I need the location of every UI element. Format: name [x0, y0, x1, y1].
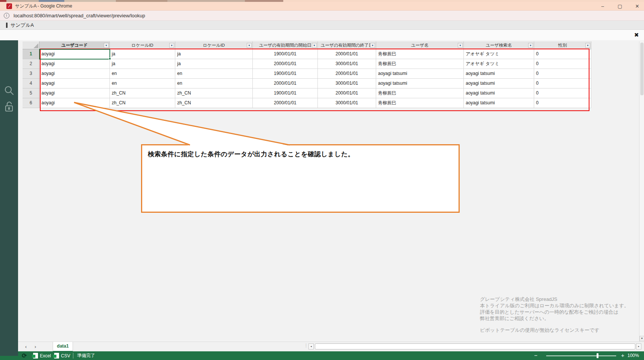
grid-cell[interactable]: 青柳辰巳 — [376, 98, 464, 108]
grid-cell[interactable]: ja — [110, 59, 175, 69]
grid-cell[interactable]: ja — [175, 59, 253, 69]
export-csv-button[interactable]: CSV — [54, 351, 70, 360]
grid-cell[interactable]: 3000/01/01 — [318, 59, 376, 69]
column-header[interactable]: 性別▼ — [534, 41, 591, 49]
horizontal-scrollbar-thumb[interactable] — [315, 343, 635, 349]
column-header-label: ユーザ検索名 — [486, 43, 512, 48]
grid-cell[interactable]: 1900/01/01 — [253, 69, 318, 79]
row-header[interactable]: 5 — [23, 88, 39, 98]
vertical-scrollbar-thumb[interactable] — [640, 43, 644, 95]
grid-cell[interactable]: 0 — [534, 98, 591, 108]
zoom-out-button[interactable]: − — [534, 351, 538, 360]
window-minimize-button[interactable]: – — [599, 3, 606, 9]
grid-cell[interactable]: 3000/01/01 — [318, 79, 376, 88]
refresh-icon[interactable]: ⟳ — [22, 351, 27, 360]
filter-dropdown-icon[interactable]: ▼ — [169, 43, 174, 48]
grid-cell[interactable]: 青柳辰巳 — [376, 49, 464, 59]
grid-cell[interactable]: zh_CN — [110, 88, 175, 98]
grid-cell[interactable]: en — [110, 79, 175, 88]
grid-cell[interactable]: en — [175, 79, 253, 88]
tab-scrollbar-splitter[interactable]: ⋮ — [304, 344, 306, 350]
grid-cell[interactable]: アオヤギ タツミ — [464, 49, 534, 59]
table-row: 6aoyagizh_CNzh_CN2000/01/013000/01/01青柳辰… — [23, 98, 591, 108]
browser-url-bar[interactable]: i localhost:8080/imart/well/spread_craft… — [0, 11, 644, 21]
column-header[interactable]: ロケールID▼ — [110, 41, 175, 49]
grid-cell[interactable]: アオヤギ タツミ — [464, 59, 534, 69]
grid-cell[interactable]: aoyagi — [39, 49, 110, 59]
grid-cell[interactable]: 2000/01/01 — [318, 69, 376, 79]
column-header[interactable]: ユーザ名▼ — [376, 41, 464, 49]
zoom-slider-thumb[interactable] — [597, 353, 598, 358]
search-icon[interactable] — [0, 85, 18, 97]
column-header[interactable]: ユーザの有効期間の開始日▼ — [253, 41, 318, 49]
grid-cell[interactable]: aoyagi tatsumi — [464, 69, 534, 79]
column-header[interactable]: ロケールID▼ — [175, 41, 253, 49]
window-maximize-button[interactable]: ▢ — [616, 3, 624, 9]
grid-cell[interactable]: zh_CN — [110, 98, 175, 108]
grid-cell[interactable]: 青柳辰巳 — [376, 59, 464, 69]
selection-fill-handle[interactable] — [109, 58, 111, 60]
grid-cell[interactable]: aoyagi tatsumi — [376, 79, 464, 88]
filter-dropdown-icon[interactable]: ▼ — [370, 43, 375, 48]
filter-dropdown-icon[interactable]: ▼ — [585, 43, 590, 48]
grid-cell[interactable]: ja — [175, 49, 253, 59]
grid-cell[interactable]: aoyagi — [39, 79, 110, 88]
column-header[interactable]: ユーザコード▼ — [39, 41, 110, 49]
url-text[interactable]: localhost:8080/imart/well/spread_craft/v… — [14, 11, 145, 21]
grid-cell[interactable]: zh_CN — [175, 98, 253, 108]
grid-cell[interactable]: 0 — [534, 69, 591, 79]
grid-cell[interactable]: 3000/01/01 — [318, 98, 376, 108]
grid-cell[interactable]: aoyagi — [39, 69, 110, 79]
grid-cell[interactable]: 2000/01/01 — [318, 49, 376, 59]
row-header[interactable]: 2 — [23, 59, 39, 69]
filter-dropdown-icon[interactable]: ▼ — [312, 43, 317, 48]
row-header[interactable]: 6 — [23, 98, 39, 108]
scroll-right-icon[interactable]: ▸ — [636, 343, 641, 349]
grid-cell[interactable]: 1900/01/01 — [253, 88, 318, 98]
sheet-next-icon[interactable]: › — [32, 342, 39, 352]
grid-cell[interactable]: 0 — [534, 79, 591, 88]
viewer-close-icon[interactable]: ✖ — [633, 31, 640, 39]
filter-dropdown-icon[interactable]: ▼ — [247, 43, 252, 48]
site-info-icon[interactable]: i — [4, 13, 9, 18]
zoom-in-button[interactable]: + — [621, 351, 624, 360]
grid-cell[interactable]: aoyagi — [39, 59, 110, 69]
grid-cell[interactable]: ja — [110, 49, 175, 59]
grid-cell[interactable]: en — [175, 69, 253, 79]
zoom-slider-track[interactable] — [546, 355, 616, 356]
column-header[interactable]: ユーザ検索名▼ — [464, 41, 534, 49]
grid-cell[interactable]: aoyagi — [39, 98, 110, 108]
column-header[interactable]: ユーザの有効期間の終了日▼ — [318, 41, 376, 49]
grid-cell[interactable]: aoyagi tatsumi — [464, 79, 534, 88]
grid-cell[interactable]: aoyagi tatsumi — [376, 69, 464, 79]
filter-dropdown-icon[interactable]: ▼ — [528, 43, 533, 48]
grid-cell[interactable]: aoyagi tatsumi — [464, 88, 534, 98]
select-all-corner[interactable] — [23, 41, 39, 49]
scroll-left-icon[interactable]: ◂ — [308, 343, 314, 349]
grid-cell[interactable]: 青柳辰巳 — [376, 88, 464, 98]
filter-dropdown-icon[interactable]: ▼ — [104, 43, 109, 48]
grid-cell[interactable]: aoyagi — [39, 88, 110, 98]
unlock-icon[interactable] — [0, 101, 18, 113]
grid-cell[interactable]: 1900/01/01 — [253, 49, 318, 59]
column-header-label: ロケールID — [131, 43, 153, 48]
grid-cell[interactable]: 2000/01/01 — [253, 98, 318, 108]
row-header[interactable]: 4 — [23, 79, 39, 88]
grid-cell[interactable]: 2000/01/01 — [253, 79, 318, 88]
row-header[interactable]: 1 — [23, 49, 39, 59]
grid-cell[interactable]: 0 — [534, 88, 591, 98]
filter-dropdown-icon[interactable]: ▼ — [458, 43, 463, 48]
grid-cell[interactable]: 0 — [534, 49, 591, 59]
grid-cell[interactable]: 2000/01/01 — [318, 88, 376, 98]
window-close-button[interactable]: ✕ — [633, 3, 641, 9]
grid-cell[interactable]: 0 — [534, 59, 591, 69]
grid-cell[interactable]: zh_CN — [175, 88, 253, 98]
row-header[interactable]: 3 — [23, 69, 39, 79]
export-excel-button[interactable]: Excel — [33, 351, 51, 360]
grid-cell[interactable]: en — [110, 69, 175, 79]
sheet-prev-icon[interactable]: ‹ — [23, 342, 29, 352]
grid-cell[interactable]: 2000/01/01 — [253, 59, 318, 69]
sheet-tab-data1[interactable]: data1 — [53, 342, 73, 352]
scroll-down-icon[interactable]: ▼ — [639, 336, 644, 341]
grid-cell[interactable]: aoyagi tatsumi — [464, 98, 534, 108]
